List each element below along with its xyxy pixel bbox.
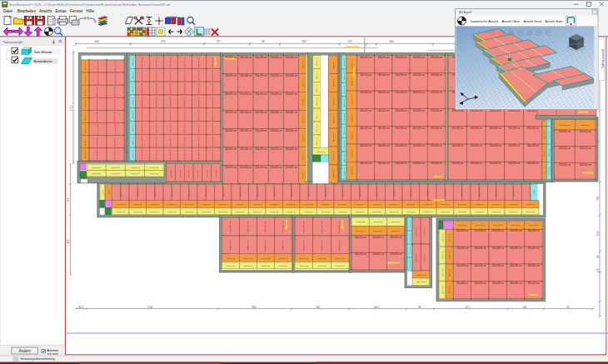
svg-text:180x110 cm: 180x110 cm (170, 168, 172, 177)
svg-text:180x150 cm: 180x150 cm (580, 147, 591, 150)
svg-text:152: 152 (347, 40, 351, 43)
svg-text:180x60 cm: 180x60 cm (416, 281, 426, 282)
svg-text:180x40 cm: 180x40 cm (441, 251, 443, 259)
svg-text:150x40 cm: 150x40 cm (343, 72, 345, 80)
svg-text:180x100 cm: 180x100 cm (137, 187, 138, 197)
svg-text:180x160 cm: 180x160 cm (431, 91, 442, 94)
svg-text:180x150 cm: 180x150 cm (580, 163, 591, 167)
svg-text:180x170 cm: 180x170 cm (141, 83, 143, 95)
svg-text:150x40 cm: 150x40 cm (548, 149, 550, 157)
svg-text:150x40 cm: 150x40 cm (84, 87, 86, 95)
svg-text:180x160 cm: 180x160 cm (360, 109, 371, 112)
svg-text:180x170 cm: 180x170 cm (114, 99, 117, 111)
svg-text:180x170 cm: 180x170 cm (155, 83, 157, 95)
svg-text:180x170 cm: 180x170 cm (97, 74, 99, 86)
svg-text:166: 166 (522, 306, 526, 309)
svg-text:180x170 cm: 180x170 cm (141, 149, 143, 161)
svg-text:160x60 cm: 160x60 cm (244, 265, 252, 267)
svg-text:180x100 cm: 180x100 cm (359, 187, 361, 197)
svg-text:160x60 cm: 160x60 cm (270, 211, 278, 212)
svg-text:180x40 cm: 180x40 cm (332, 152, 334, 160)
svg-text:180x180 cm: 180x180 cm (474, 264, 486, 267)
svg-text:180x170 cm: 180x170 cm (169, 97, 172, 108)
svg-text:180x40 cm: 180x40 cm (302, 115, 303, 123)
svg-text:180x40 cm: 180x40 cm (316, 137, 317, 146)
svg-text:150x40 cm: 150x40 cm (132, 71, 133, 79)
svg-text:160x80 cm: 160x80 cm (117, 203, 125, 205)
svg-text:180x170 cm: 180x170 cm (97, 124, 99, 136)
svg-text:150x40 cm: 150x40 cm (343, 113, 345, 122)
svg-text:180x110 cm: 180x110 cm (197, 168, 198, 177)
svg-text:180x160 cm: 180x160 cm (377, 56, 389, 59)
svg-text:180x40 cm: 180x40 cm (544, 148, 546, 157)
svg-text:150x40 cm: 150x40 cm (409, 233, 411, 242)
svg-text:180x180 cm: 180x180 cm (255, 56, 267, 59)
svg-text:180x160 cm: 180x160 cm (321, 240, 323, 252)
svg-text:180x160 cm: 180x160 cm (395, 56, 406, 59)
svg-text:180x160 cm: 180x160 cm (413, 162, 425, 165)
svg-text:160x80 cm: 160x80 cm (458, 203, 466, 205)
svg-text:160x60 cm: 160x60 cm (424, 211, 432, 212)
svg-text:160x80 cm: 160x80 cm (356, 203, 364, 205)
svg-text:150x40 cm: 150x40 cm (84, 150, 86, 158)
svg-text:160x60 cm: 160x60 cm (287, 211, 296, 212)
svg-text:160x60 cm: 160x60 cm (219, 211, 227, 212)
svg-text:876: 876 (161, 40, 165, 43)
svg-text:180x180 cm: 180x180 cm (471, 162, 482, 165)
svg-text:180x180 cm: 180x180 cm (492, 282, 504, 285)
svg-text:160x80 cm: 160x80 cm (244, 257, 253, 259)
svg-text:180x100 cm: 180x100 cm (444, 187, 446, 197)
svg-text:180x180 cm: 180x180 cm (240, 129, 252, 132)
svg-text:150x40 cm: 150x40 cm (132, 150, 133, 158)
svg-text:150x40 cm: 150x40 cm (343, 154, 345, 162)
svg-text:180x160 cm: 180x160 cm (229, 240, 232, 252)
svg-text:180x160 cm: 180x160 cm (360, 162, 371, 165)
svg-text:180x160 cm: 180x160 cm (395, 109, 406, 112)
svg-text:180x180 cm: 180x180 cm (474, 247, 486, 250)
svg-text:180x170 cm: 180x170 cm (141, 136, 143, 147)
svg-text:150x40 cm: 150x40 cm (343, 127, 345, 135)
svg-text:160x60 cm: 160x60 cm (185, 211, 193, 212)
svg-text:180x180 cm: 180x180 cm (240, 56, 252, 59)
svg-text:180x40 cm: 180x40 cm (316, 71, 317, 79)
svg-text:150x40 cm: 150x40 cm (132, 84, 133, 92)
svg-text:180x100 cm: 180x100 cm (376, 187, 377, 197)
svg-text:95: 95 (566, 306, 570, 309)
svg-text:180x180 cm: 180x180 cm (456, 282, 468, 285)
svg-text:150x60 cm: 150x60 cm (529, 224, 538, 226)
svg-text:180x180 cm: 180x180 cm (240, 147, 252, 151)
svg-text:180x170 cm: 180x170 cm (141, 97, 143, 108)
svg-text:160x60 cm: 160x60 cm (131, 167, 139, 168)
svg-text:160x80 cm: 160x80 cm (279, 257, 288, 259)
svg-text:150x40: 150x40 (107, 190, 109, 195)
svg-text:160x60 cm: 160x60 cm (356, 221, 365, 222)
svg-text:180x180 cm: 180x180 cm (270, 111, 282, 114)
svg-text:150x40 cm: 150x40 cm (343, 99, 345, 107)
svg-text:180x160 cm: 180x160 cm (302, 240, 305, 252)
svg-text:180x180 cm: 180x180 cm (451, 127, 463, 130)
svg-text:180x160 cm: 180x160 cm (413, 127, 425, 130)
svg-text:960: 960 (596, 196, 600, 200)
svg-text:180x160 cm: 180x160 cm (247, 222, 249, 233)
svg-text:160x60 cm: 160x60 cm (112, 172, 120, 174)
svg-text:150x40 cm: 150x40 cm (84, 112, 86, 121)
svg-text:180x150 cm: 180x150 cm (559, 147, 571, 150)
svg-text:160x60 cm: 160x60 cm (92, 172, 101, 174)
svg-text:180x40 cm: 180x40 cm (441, 268, 443, 277)
svg-text:443: 443 (94, 40, 98, 43)
svg-text:180x160 cm: 180x160 cm (360, 56, 371, 59)
svg-text:150x60 cm: 150x60 cm (316, 151, 326, 152)
svg-text:180x40 cm: 180x40 cm (302, 97, 303, 105)
svg-text:150x40 cm: 150x40 cm (132, 137, 133, 145)
svg-text:160x80 cm: 160x80 cm (185, 203, 193, 205)
svg-text:180x180 cm: 180x180 cm (456, 264, 468, 267)
svg-text:Bearbeiten: Bearbeiten (17, 9, 37, 13)
svg-text:180x180 cm: 180x180 cm (240, 74, 252, 77)
svg-text:180x160 cm: 180x160 cm (302, 222, 305, 233)
svg-text:160x60 cm: 160x60 cm (336, 265, 344, 267)
svg-text:180x90 cm: 180x90 cm (423, 227, 425, 236)
svg-text:180x40 cm: 180x40 cm (316, 57, 317, 66)
svg-text:180x110 cm: 180x110 cm (206, 168, 207, 177)
svg-text:180x170 cm: 180x170 cm (197, 136, 200, 147)
svg-text:180x40 cm: 180x40 cm (316, 97, 317, 106)
